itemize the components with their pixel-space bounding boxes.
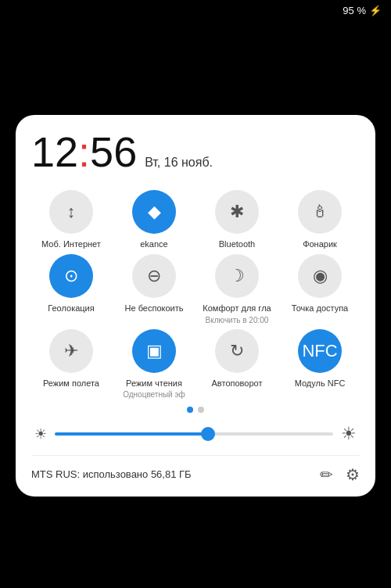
tile-icon-nfc: NFC xyxy=(298,329,342,373)
page-dot-0[interactable] xyxy=(187,407,193,413)
edit-icon[interactable]: ✏ xyxy=(320,465,333,484)
tile-label-wifi: ekance xyxy=(140,238,167,249)
tile-label-autorotate: Автоповорот xyxy=(212,378,263,389)
tile-mobile-internet[interactable]: ↕Моб. Интернет xyxy=(31,190,111,249)
footer-icons: ✏ ⚙ xyxy=(320,465,360,484)
clock-colon: : xyxy=(78,128,90,175)
brightness-high-icon: ☀ xyxy=(341,424,357,444)
tile-label-dnd: Не беспокоить xyxy=(125,303,184,314)
tile-nfc[interactable]: NFCМодуль NFC xyxy=(280,329,360,399)
tile-label-flashlight: Фонарик xyxy=(303,238,337,249)
tile-icon-dnd: ⊖ xyxy=(132,254,176,298)
tile-airplane[interactable]: ✈Режим полета xyxy=(31,329,111,399)
tile-reading[interactable]: ▣Режим чтенияОдноцветный эф xyxy=(114,329,194,399)
tile-icon-mobile-internet: ↕ xyxy=(49,190,93,234)
clock-date: Вт, 16 нояб. xyxy=(145,156,213,170)
brightness-row: ☀ ☀ xyxy=(31,424,360,444)
brightness-thumb[interactable] xyxy=(201,427,215,441)
footer-row: MTS RUS: использовано 56,81 ГБ ✏ ⚙ xyxy=(31,455,360,484)
battery-text: 95 % xyxy=(343,5,366,16)
tile-wifi[interactable]: ◆ekance xyxy=(114,190,194,249)
tile-icon-autorotate: ↻ xyxy=(215,329,259,373)
footer-text: MTS RUS: использовано 56,81 ГБ xyxy=(31,468,192,480)
tile-label-reading: Режим чтения xyxy=(126,378,182,389)
tile-label-nfc: Модуль NFC xyxy=(295,378,346,389)
tile-icon-reading: ▣ xyxy=(132,329,176,373)
tile-bluetooth[interactable]: ✱Bluetooth xyxy=(197,190,277,249)
tile-icon-airplane: ✈ xyxy=(49,329,93,373)
tile-sublabel-comfort: Включить в 20:00 xyxy=(206,316,269,324)
tile-label-comfort: Комфорт для гла xyxy=(203,303,271,314)
clock-row: 12:56 Вт, 16 нояб. xyxy=(31,131,360,173)
tile-sublabel-reading: Одноцветный эф xyxy=(123,390,185,399)
clock-minutes: 56 xyxy=(90,128,137,175)
clock-hours: 12 xyxy=(31,128,78,175)
page-dots xyxy=(31,407,360,413)
tile-icon-hotspot: ◉ xyxy=(298,254,342,298)
page-dot-1[interactable] xyxy=(198,407,204,413)
battery-icon: ⚡ xyxy=(369,5,382,16)
tile-label-hotspot: Точка доступа xyxy=(292,303,348,314)
tile-location[interactable]: ⊙Геолокация xyxy=(31,254,111,324)
quick-tiles-grid: ↕Моб. Интернет◆ekance✱Bluetooth🕯Фонарик⊙… xyxy=(31,190,360,399)
quick-settings-panel: 12:56 Вт, 16 нояб. ↕Моб. Интернет◆ekance… xyxy=(16,115,375,497)
settings-icon[interactable]: ⚙ xyxy=(346,465,360,484)
tile-label-mobile-internet: Моб. Интернет xyxy=(41,238,101,249)
tile-label-location: Геолокация xyxy=(48,303,94,314)
tile-icon-wifi: ◆ xyxy=(132,190,176,234)
tile-label-bluetooth: Bluetooth xyxy=(219,238,255,249)
brightness-fill xyxy=(55,432,208,436)
tile-comfort[interactable]: ☽Комфорт для глаВключить в 20:00 xyxy=(197,254,277,324)
tile-label-airplane: Режим полета xyxy=(43,378,99,389)
clock-time: 12:56 xyxy=(31,131,137,173)
tile-dnd[interactable]: ⊖Не беспокоить xyxy=(114,254,194,324)
brightness-low-icon: ☀ xyxy=(34,425,47,443)
tile-hotspot[interactable]: ◉Точка доступа xyxy=(280,254,360,324)
brightness-track[interactable] xyxy=(55,432,333,436)
tile-icon-flashlight: 🕯 xyxy=(298,190,342,234)
tile-icon-comfort: ☽ xyxy=(215,254,259,298)
tile-flashlight[interactable]: 🕯Фонарик xyxy=(280,190,360,249)
status-bar: 95 % ⚡ xyxy=(333,0,391,21)
tile-icon-location: ⊙ xyxy=(49,254,93,298)
tile-autorotate[interactable]: ↻Автоповорот xyxy=(197,329,277,399)
tile-icon-bluetooth: ✱ xyxy=(215,190,259,234)
